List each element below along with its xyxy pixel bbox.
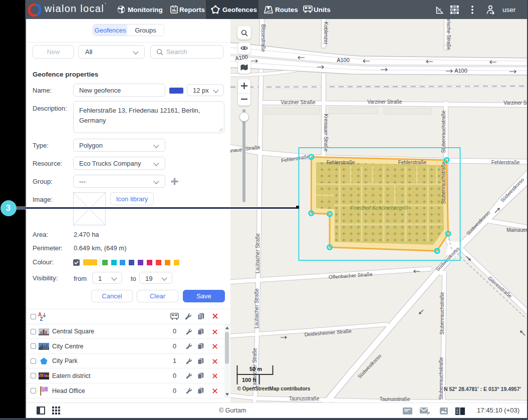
svg-text:50 m: 50 m [249, 366, 262, 372]
svg-text:Laubacher Straße: Laubacher Straße [255, 233, 260, 273]
svg-text:Friedhof Schöneberg III: Friedhof Schöneberg III [351, 205, 408, 211]
svg-text:Stubenrauchstraße: Stubenrauchstraße [438, 357, 444, 399]
svg-text:Taunusstraße: Taunusstraße [289, 396, 320, 401]
svg-text:Kreisauer Straße: Kreisauer Straße [323, 114, 329, 152]
svg-text:arische Straße: arische Straße [446, 19, 451, 50]
svg-text:Fehlerstraße: Fehlerstraße [327, 160, 355, 165]
svg-text:Z: Z [40, 316, 43, 321]
svg-text:Varziner Straße: Varziner Straße [367, 99, 402, 105]
svg-text:N 52° 28.4781' : E 013° 19.495: N 52° 28.4781' : E 013° 19.4957' [444, 386, 521, 392]
svg-text:Varziner Straße: Varziner Straße [503, 100, 528, 106]
svg-text:A100: A100 [454, 68, 467, 74]
svg-text:Laubacher Straße: Laubacher Straße [254, 288, 259, 328]
svg-text:Stubenrauchstraße: Stubenrauchstraße [441, 161, 446, 204]
svg-text:Fehlerstraße: Fehlerstraße [398, 160, 427, 165]
svg-text:Fehlerstraße: Fehlerstraße [491, 160, 520, 165]
svg-text:100 ft: 100 ft [242, 377, 256, 383]
svg-text:Stubenrauchstraße: Stubenrauchstraße [441, 110, 446, 153]
svg-text:Taunusstraße: Taunusstraße [380, 396, 410, 402]
svg-text:Blissestraße: Blissestraße [260, 24, 266, 52]
svg-text:A100: A100 [337, 57, 350, 63]
svg-text:Koblenzer: Koblenzer [323, 22, 329, 45]
svg-text:© OpenStreetMap contributors: © OpenStreetMap contributors [237, 386, 311, 391]
svg-text:Stubenrauchstraße: Stubenrauchstraße [439, 292, 445, 334]
svg-text:Varziner Straße: Varziner Straße [281, 100, 316, 105]
svg-text:Mainauer: Mainauer [506, 227, 527, 233]
